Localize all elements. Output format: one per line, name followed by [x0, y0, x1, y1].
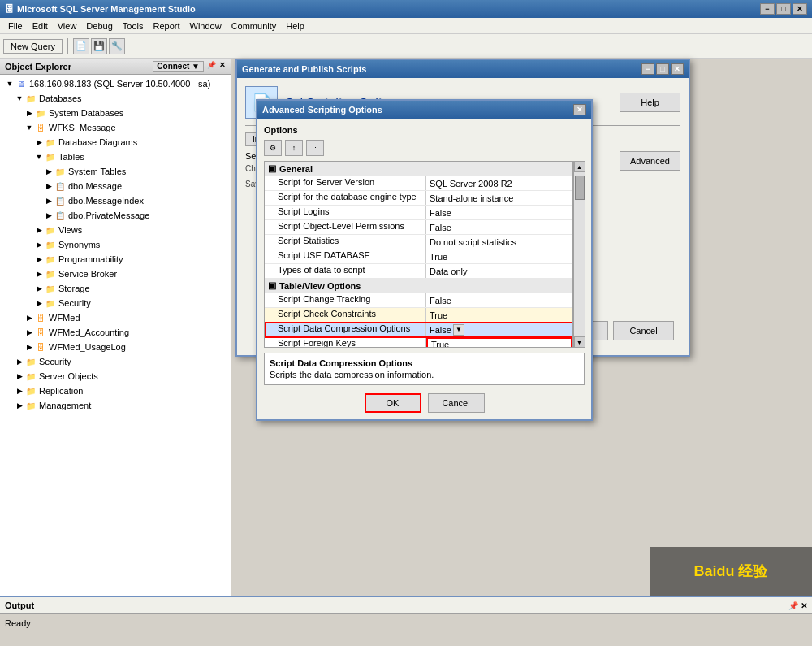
section-collapse-icon2[interactable]: ▣ — [268, 280, 276, 291]
tree-toggle[interactable]: ▼ — [24, 124, 34, 132]
tree-toggle[interactable]: ▶ — [44, 197, 54, 205]
generate-publish-controls: − □ ✕ — [641, 63, 684, 75]
tree-toggle[interactable]: ▶ — [15, 387, 24, 395]
tree-toggle[interactable]: ▶ — [24, 328, 34, 336]
tree-item-server[interactable]: ▼ 🖥 168.160.98.183 (SQL Server 10.50.400… — [2, 76, 229, 91]
tree-item-replication[interactable]: ▶ 📁 Replication — [2, 384, 229, 398]
tree-item-svcbroker[interactable]: ▶ 📁 Service Broker — [2, 267, 229, 281]
tree-item-security[interactable]: ▶ 📁 Security — [2, 354, 229, 369]
tree-toggle[interactable]: ▶ — [15, 372, 24, 380]
tree-toggle[interactable]: ▶ — [24, 314, 34, 322]
menu-debug[interactable]: Debug — [81, 20, 117, 33]
menu-help[interactable]: Help — [281, 20, 309, 33]
tree-area[interactable]: ▼ 🖥 168.160.98.183 (SQL Server 10.50.400… — [0, 75, 231, 596]
scroll-up[interactable]: ▲ — [574, 161, 585, 172]
panel-pin[interactable]: 📌 — [207, 61, 216, 72]
advanced-button[interactable]: Advanced — [620, 151, 680, 171]
dropdown-arrow[interactable]: ▼ — [453, 324, 464, 336]
tree-label: Tables — [58, 152, 84, 162]
tree-toggle[interactable]: ▼ — [34, 153, 44, 161]
toolbar-icon-2[interactable]: 💾 — [91, 38, 107, 54]
tree-toggle[interactable]: ▶ — [44, 211, 54, 219]
tree-item-wfmed[interactable]: ▶ 🗄 WFMed — [2, 310, 229, 325]
dialog-minimize-button[interactable]: − — [641, 63, 654, 75]
tree-item-wfmed-usage[interactable]: ▶ 🗄 WFMed_UsageLog — [2, 340, 229, 354]
tree-toggle[interactable]: ▶ — [15, 358, 24, 366]
tree-item-msgindex[interactable]: ▶ 📋 dbo.MessageIndex — [2, 193, 229, 208]
menu-file[interactable]: File — [3, 20, 28, 33]
options-grid[interactable]: ▣ General Script for Server Version SQL … — [264, 161, 573, 348]
tree-item-prog[interactable]: ▶ 📁 Programmability — [2, 252, 229, 267]
general-section-header: ▣ General — [265, 162, 572, 176]
tree-item-privmsg[interactable]: ▶ 📋 dbo.PrivateMessage — [2, 208, 229, 223]
scroll-down[interactable]: ▼ — [574, 336, 585, 348]
object-explorer-panel: Object Explorer Connect ▼ 📌 ✕ ▼ 🖥 168.16… — [0, 59, 231, 596]
folder-icon: 📁 — [24, 370, 37, 383]
option-name: Script Check Constraints — [265, 308, 426, 322]
tree-toggle[interactable]: ▶ — [34, 226, 44, 234]
inner-dialog-close-button[interactable]: ✕ — [573, 104, 586, 115]
tree-item-synonyms[interactable]: ▶ 📁 Synonyms — [2, 237, 229, 252]
options-btn-1[interactable]: ⚙ — [264, 140, 282, 156]
dialog-close-button[interactable]: ✕ — [671, 63, 684, 75]
toolbar-icon-3[interactable]: 🔧 — [109, 38, 125, 54]
tree-toggle[interactable]: ▶ — [24, 343, 34, 351]
tree-item-security-db[interactable]: ▶ 📁 Security — [2, 296, 229, 310]
options-btn-2[interactable]: ↕ — [285, 140, 303, 156]
tree-toggle[interactable]: ▼ — [5, 80, 15, 88]
tree-item-tables[interactable]: ▼ 📁 Tables — [2, 150, 229, 164]
toolbar-icon-1[interactable]: 📄 — [73, 38, 89, 54]
minimize-button[interactable]: − — [760, 3, 775, 15]
tree-toggle[interactable]: ▶ — [15, 401, 24, 410]
menu-window[interactable]: Window — [185, 20, 227, 33]
tree-item-databases[interactable]: ▼ 📁 Databases — [2, 91, 229, 106]
tree-toggle[interactable]: ▶ — [24, 109, 34, 117]
tree-item-wfmed-acct[interactable]: ▶ 🗄 WFMed_Accounting — [2, 325, 229, 340]
option-name: Script Statistics — [265, 235, 426, 249]
tree-item-views[interactable]: ▶ 📁 Views — [2, 223, 229, 237]
dialog-maximize-button[interactable]: □ — [656, 63, 669, 75]
panel-close-icon[interactable]: ✕ — [219, 61, 226, 72]
tree-toggle[interactable]: ▶ — [34, 255, 44, 263]
tree-item-dbdiag[interactable]: ▶ 📁 Database Diagrams — [2, 135, 229, 150]
close-button[interactable]: ✕ — [793, 3, 807, 15]
menu-report[interactable]: Report — [148, 20, 184, 33]
menu-community[interactable]: Community — [227, 20, 282, 33]
scroll-thumb[interactable] — [575, 176, 585, 200]
tree-item-message[interactable]: ▶ 📋 dbo.Message — [2, 179, 229, 193]
menu-edit[interactable]: Edit — [28, 20, 53, 33]
tree-toggle[interactable]: ▶ — [34, 284, 44, 293]
outer-cancel-button[interactable]: Cancel — [613, 321, 674, 340]
tree-toggle[interactable]: ▶ — [34, 299, 44, 307]
ok-button[interactable]: OK — [365, 393, 421, 413]
help-button[interactable]: Help — [620, 93, 680, 112]
folder-icon: 📁 — [34, 106, 47, 119]
folder-icon: 📁 — [44, 267, 57, 280]
tree-item-sys-tables[interactable]: ▶ 📁 System Tables — [2, 164, 229, 179]
connect-button[interactable]: Connect ▼ — [153, 61, 204, 72]
tree-item-server-objects[interactable]: ▶ 📁 Server Objects — [2, 369, 229, 384]
maximize-button[interactable]: □ — [776, 3, 791, 15]
output-close-icon[interactable]: 📌 ✕ — [788, 601, 807, 610]
new-query-button[interactable]: New Query — [3, 39, 63, 54]
tree-label: Management — [39, 401, 91, 410]
cancel-button[interactable]: Cancel — [428, 393, 485, 413]
menu-view[interactable]: View — [53, 20, 82, 33]
tree-toggle[interactable]: ▶ — [44, 167, 54, 176]
tree-toggle[interactable]: ▶ — [34, 270, 44, 278]
section-collapse-icon[interactable]: ▣ — [268, 163, 276, 174]
tree-toggle[interactable]: ▶ — [34, 241, 44, 249]
tree-item-wfks[interactable]: ▼ 🗄 WFKS_Message — [2, 120, 229, 135]
tree-item-management[interactable]: ▶ 📁 Management — [2, 398, 229, 413]
options-btn-3[interactable]: ⋮ — [306, 140, 324, 156]
tree-toggle[interactable]: ▼ — [15, 94, 24, 102]
tree-label: System Tables — [68, 167, 126, 176]
row-data-compression[interactable]: Script Data Compression Options False ▼ — [265, 323, 572, 337]
tree-toggle[interactable]: ▶ — [44, 182, 54, 190]
menu-tools[interactable]: Tools — [118, 20, 149, 33]
tree-item-storage[interactable]: ▶ 📁 Storage — [2, 281, 229, 296]
options-scrollbar[interactable]: ▲ ▼ — [573, 161, 585, 348]
tree-label: dbo.MessageIndex — [68, 196, 144, 206]
tree-toggle[interactable]: ▶ — [34, 138, 44, 146]
tree-item-system-db[interactable]: ▶ 📁 System Databases — [2, 106, 229, 120]
